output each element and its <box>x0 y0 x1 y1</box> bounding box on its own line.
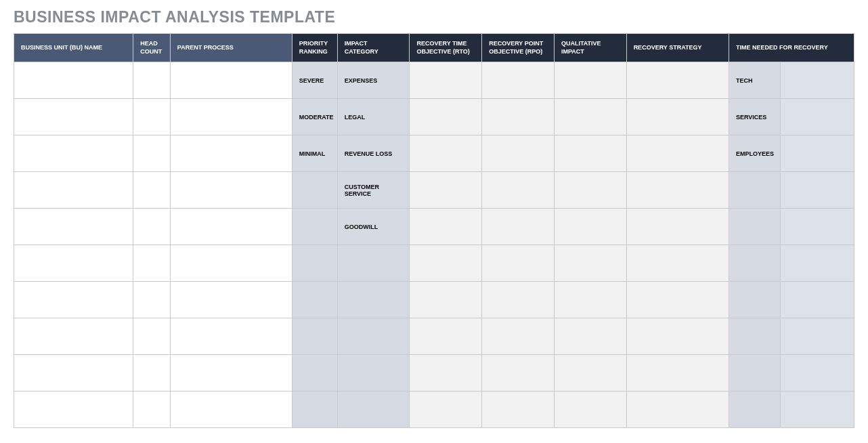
cell-impact-category[interactable] <box>337 282 410 318</box>
cell-parent-process[interactable] <box>170 392 292 428</box>
cell-priority-ranking[interactable] <box>292 392 337 428</box>
cell-time-needed-label[interactable]: TECH <box>729 62 781 99</box>
cell-rpo[interactable] <box>482 172 555 209</box>
cell-head-count[interactable] <box>133 135 171 172</box>
cell-rto[interactable] <box>410 318 482 355</box>
cell-impact-category[interactable] <box>337 392 410 428</box>
cell-priority-ranking[interactable] <box>292 355 337 392</box>
cell-bu-name[interactable] <box>14 355 133 392</box>
cell-recovery-strategy[interactable] <box>626 99 729 135</box>
cell-rpo[interactable] <box>482 355 555 392</box>
cell-impact-category[interactable]: CUSTOMER SERVICE <box>337 172 410 209</box>
cell-qualitative-impact[interactable] <box>554 135 626 172</box>
cell-bu-name[interactable] <box>14 392 133 428</box>
cell-rto[interactable] <box>410 209 482 245</box>
cell-priority-ranking[interactable] <box>292 318 337 355</box>
cell-bu-name[interactable] <box>14 318 133 355</box>
cell-priority-ranking[interactable] <box>292 172 337 209</box>
cell-rpo[interactable] <box>482 318 555 355</box>
cell-bu-name[interactable] <box>14 282 133 318</box>
cell-impact-category[interactable]: GOODWILL <box>337 209 410 245</box>
cell-time-needed-value[interactable] <box>780 135 854 172</box>
cell-time-needed-label[interactable] <box>729 318 781 355</box>
cell-bu-name[interactable] <box>14 135 133 172</box>
cell-time-needed-label[interactable]: EMPLOYEES <box>729 135 781 172</box>
cell-recovery-strategy[interactable] <box>626 209 729 245</box>
cell-qualitative-impact[interactable] <box>554 245 626 282</box>
cell-rto[interactable] <box>410 135 482 172</box>
cell-priority-ranking[interactable]: MODERATE <box>292 99 337 135</box>
cell-time-needed-value[interactable] <box>780 392 854 428</box>
cell-time-needed-value[interactable] <box>780 245 854 282</box>
cell-impact-category[interactable] <box>337 245 410 282</box>
cell-parent-process[interactable] <box>170 62 292 99</box>
cell-head-count[interactable] <box>133 209 171 245</box>
cell-qualitative-impact[interactable] <box>554 62 626 99</box>
cell-qualitative-impact[interactable] <box>554 282 626 318</box>
cell-rto[interactable] <box>410 392 482 428</box>
cell-time-needed-label[interactable] <box>729 355 781 392</box>
cell-parent-process[interactable] <box>170 245 292 282</box>
cell-rpo[interactable] <box>482 282 555 318</box>
cell-parent-process[interactable] <box>170 355 292 392</box>
cell-recovery-strategy[interactable] <box>626 62 729 99</box>
cell-recovery-strategy[interactable] <box>626 392 729 428</box>
cell-rpo[interactable] <box>482 135 555 172</box>
cell-qualitative-impact[interactable] <box>554 392 626 428</box>
cell-impact-category[interactable] <box>337 355 410 392</box>
cell-recovery-strategy[interactable] <box>626 172 729 209</box>
cell-recovery-strategy[interactable] <box>626 282 729 318</box>
cell-rpo[interactable] <box>482 62 555 99</box>
cell-priority-ranking[interactable] <box>292 209 337 245</box>
cell-rpo[interactable] <box>482 99 555 135</box>
cell-bu-name[interactable] <box>14 62 133 99</box>
cell-time-needed-value[interactable] <box>780 209 854 245</box>
cell-head-count[interactable] <box>133 99 171 135</box>
cell-time-needed-label[interactable] <box>729 245 781 282</box>
cell-time-needed-value[interactable] <box>780 282 854 318</box>
cell-parent-process[interactable] <box>170 209 292 245</box>
cell-priority-ranking[interactable] <box>292 282 337 318</box>
cell-impact-category[interactable] <box>337 318 410 355</box>
cell-time-needed-value[interactable] <box>780 355 854 392</box>
cell-bu-name[interactable] <box>14 209 133 245</box>
cell-parent-process[interactable] <box>170 318 292 355</box>
cell-time-needed-value[interactable] <box>780 99 854 135</box>
cell-head-count[interactable] <box>133 355 171 392</box>
cell-impact-category[interactable]: LEGAL <box>337 99 410 135</box>
cell-parent-process[interactable] <box>170 172 292 209</box>
cell-time-needed-label[interactable] <box>729 282 781 318</box>
cell-rto[interactable] <box>410 355 482 392</box>
cell-rto[interactable] <box>410 99 482 135</box>
cell-rto[interactable] <box>410 172 482 209</box>
cell-time-needed-value[interactable] <box>780 318 854 355</box>
cell-bu-name[interactable] <box>14 172 133 209</box>
cell-qualitative-impact[interactable] <box>554 318 626 355</box>
cell-qualitative-impact[interactable] <box>554 172 626 209</box>
cell-head-count[interactable] <box>133 318 171 355</box>
cell-head-count[interactable] <box>133 245 171 282</box>
cell-head-count[interactable] <box>133 172 171 209</box>
cell-bu-name[interactable] <box>14 99 133 135</box>
cell-parent-process[interactable] <box>170 282 292 318</box>
cell-priority-ranking[interactable]: SEVERE <box>292 62 337 99</box>
cell-rpo[interactable] <box>482 245 555 282</box>
cell-head-count[interactable] <box>133 392 171 428</box>
cell-parent-process[interactable] <box>170 99 292 135</box>
cell-recovery-strategy[interactable] <box>626 245 729 282</box>
cell-impact-category[interactable]: REVENUE LOSS <box>337 135 410 172</box>
cell-recovery-strategy[interactable] <box>626 318 729 355</box>
cell-time-needed-value[interactable] <box>780 172 854 209</box>
cell-time-needed-label[interactable] <box>729 172 781 209</box>
cell-time-needed-label[interactable] <box>729 392 781 428</box>
cell-time-needed-value[interactable] <box>780 62 854 99</box>
cell-bu-name[interactable] <box>14 245 133 282</box>
cell-rto[interactable] <box>410 62 482 99</box>
cell-recovery-strategy[interactable] <box>626 135 729 172</box>
cell-recovery-strategy[interactable] <box>626 355 729 392</box>
cell-priority-ranking[interactable] <box>292 245 337 282</box>
cell-rpo[interactable] <box>482 209 555 245</box>
cell-qualitative-impact[interactable] <box>554 355 626 392</box>
cell-rto[interactable] <box>410 245 482 282</box>
cell-time-needed-label[interactable] <box>729 209 781 245</box>
